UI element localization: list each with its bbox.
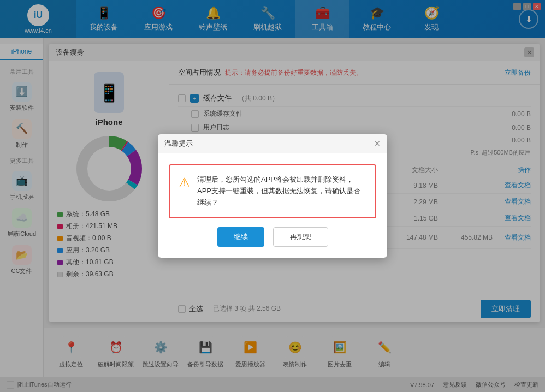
cancel-button[interactable]: 再想想 [273,227,328,247]
warning-title: 温馨提示 [164,139,193,149]
warning-titlebar: 温馨提示 ✕ [158,134,387,153]
warning-body: ⚠ 清理后，您所勾选的APP将会被卸载并删除资料，APP支持一键重装，但其数据无… [158,153,387,257]
warning-icon: ⚠ [179,175,191,191]
warning-dialog: 温馨提示 ✕ ⚠ 清理后，您所勾选的APP将会被卸载并删除资料，APP支持一键重… [158,134,387,257]
warning-actions: 继续 再想想 [169,227,376,247]
continue-button[interactable]: 继续 [217,227,264,247]
warning-overlay: 温馨提示 ✕ ⚠ 清理后，您所勾选的APP将会被卸载并删除资料，APP支持一键重… [0,0,545,392]
warning-close-button[interactable]: ✕ [374,139,381,148]
warning-content: ⚠ 清理后，您所勾选的APP将会被卸载并删除资料，APP支持一键重装，但其数据无… [169,164,376,218]
warning-message: 清理后，您所勾选的APP将会被卸载并删除资料，APP支持一键重装，但其数据无法恢… [197,174,366,208]
